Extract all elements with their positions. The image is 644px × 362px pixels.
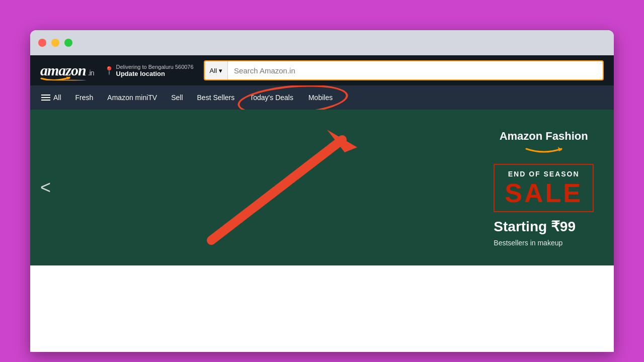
close-button[interactable] <box>38 39 46 47</box>
search-input[interactable] <box>228 61 603 79</box>
amazon-nav: All Fresh Amazon miniTV Sell Best Seller… <box>30 85 614 110</box>
end-of-season-text: END OF SEASON <box>505 170 583 178</box>
delivery-info[interactable]: 📍 Delivering to Bengaluru 560076 Update … <box>104 64 194 77</box>
end-of-season-box: END OF SEASON SALE <box>494 164 594 212</box>
banner-content: Amazon Fashion END OF SEASON SALE Starti… <box>494 125 594 247</box>
sale-text: SALE <box>505 180 583 206</box>
nav-item-sell[interactable]: Sell <box>170 92 184 104</box>
amazon-header: amazon .in 📍 Delivering to Bengaluru 560… <box>30 55 614 85</box>
amazon-fashion-smile <box>494 145 594 156</box>
search-bar: All ▾ <box>204 60 604 80</box>
browser-titlebar <box>30 30 614 55</box>
arrow-annotation <box>171 120 372 250</box>
nav-item-minitv[interactable]: Amazon miniTV <box>106 92 158 104</box>
svg-line-1 <box>211 140 342 240</box>
maximize-button[interactable] <box>64 39 72 47</box>
chevron-down-icon: ▾ <box>219 67 222 74</box>
nav-item-all[interactable]: All <box>40 92 62 104</box>
delivery-text-block: Delivering to Bengaluru 560076 Update lo… <box>116 64 194 77</box>
nav-item-todays-deals[interactable]: Today's Deals <box>249 92 294 104</box>
hero-banner: < Amazon Fashion END OF SEASON SALE <box>30 110 614 265</box>
minimize-button[interactable] <box>51 39 59 47</box>
nav-all-label: All <box>53 94 61 102</box>
bestsellers-text: Bestsellers in makeup <box>494 239 594 247</box>
update-location-text: Update location <box>116 70 194 77</box>
delivering-to-text: Delivering to Bengaluru 560076 <box>116 64 194 70</box>
browser-content: amazon .in 📍 Delivering to Bengaluru 560… <box>30 55 614 352</box>
search-category-selector[interactable]: All ▾ <box>205 61 228 79</box>
browser-window: amazon .in 📍 Delivering to Bengaluru 560… <box>30 30 614 352</box>
location-icon: 📍 <box>104 66 114 75</box>
amazon-fashion-title: Amazon Fashion <box>494 130 594 143</box>
amazon-logo[interactable]: amazon .in <box>40 62 94 79</box>
nav-item-todays-deals-wrapper: Today's Deals <box>248 89 295 106</box>
logo-dot-in: .in <box>88 69 94 77</box>
starting-price-text: Starting ₹99 <box>494 218 594 235</box>
amazon-logo-text: amazon <box>40 62 86 79</box>
search-category-label: All <box>210 67 217 74</box>
hamburger-icon <box>41 95 50 101</box>
nav-item-fresh[interactable]: Fresh <box>74 92 95 104</box>
nav-item-mobiles[interactable]: Mobiles <box>307 92 334 104</box>
svg-marker-2 <box>327 130 357 152</box>
nav-item-best-sellers[interactable]: Best Sellers <box>196 92 236 104</box>
prev-banner-button[interactable]: < <box>40 177 51 198</box>
